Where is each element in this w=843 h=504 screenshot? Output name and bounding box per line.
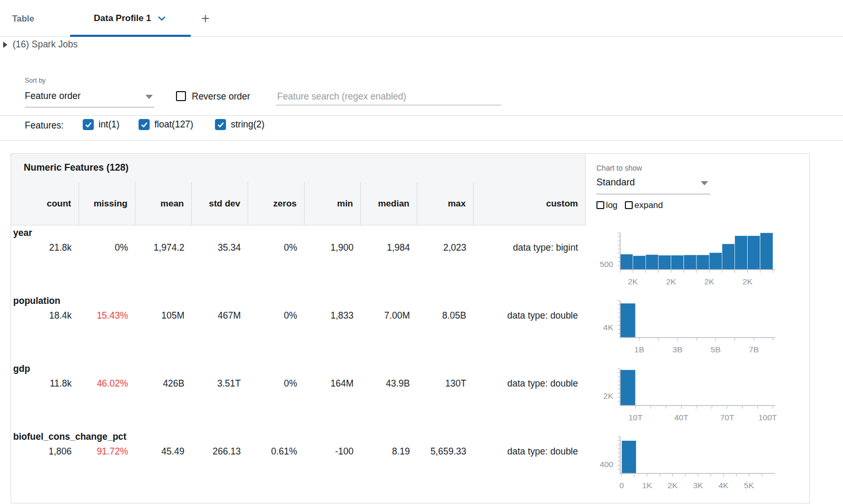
log-checkbox-item[interactable]: log [596,200,617,210]
divider [0,140,843,141]
stat-min: 1,833 [305,310,361,321]
histogram-bar [722,244,734,270]
x-axis-label: 2K [704,277,715,286]
histogram-population: 4K1B3B5B7B [586,295,786,358]
reverse-order-label: Reverse order [192,91,250,102]
x-axis-label: 2K [742,277,753,286]
stat-custom: data type: double [474,378,585,389]
stat-min: 164M [305,378,361,389]
feature-row-gdp: gdp11.8k46.02%426B3.51T0%164M43.9B130Tda… [11,361,809,429]
sort-by-label: Sort by [25,77,46,84]
feature-name: population [13,295,60,307]
panel-title: Numeric Features (128) [24,162,129,173]
features-label: Features: [25,120,64,131]
x-axis-label: 2K [666,277,677,286]
stat-min: 1,900 [305,242,361,253]
feature-type-label: float(127) [154,119,193,130]
spark-jobs-toggle[interactable]: (16) Spark Jobs [3,39,78,50]
feature-type-filter-string-2[interactable]: string(2) [215,119,264,130]
feature-histogram: 40001K2K3K4K5K [586,431,807,496]
sort-by-underline [25,107,154,107]
expand-checkbox[interactable] [625,201,633,209]
stat-custom: data type: double [474,310,585,321]
column-header-min: min [305,182,361,225]
x-axis-label: 0 [620,481,624,490]
stat-count: 1,806 [11,446,79,457]
histogram-bar [697,255,709,270]
column-header-max: max [417,182,474,225]
histogram-bar [633,255,645,270]
column-header-custom: custom [474,182,585,225]
add-tab-button[interactable]: + [201,0,210,37]
stat-mean: 45.49 [135,446,192,457]
histogram-bar [620,254,633,270]
stat-zeros: 0% [248,378,305,389]
log-checkbox[interactable] [596,201,604,209]
stat-max: 8.05B [417,310,474,321]
checked-checkbox[interactable] [139,119,150,130]
divider [0,115,843,116]
histogram-year: 5002K2K2K2K [586,228,786,290]
x-axis-label: 100T [758,413,777,422]
sort-by-select[interactable]: Feature order [25,91,81,102]
table-header: Numeric Features (128) countmissingmeans… [11,154,585,225]
stat-min: -100 [305,446,361,457]
feature-histogram: 5002K2K2K2K [586,228,807,292]
x-axis-label: 5K [744,481,754,490]
checkmark-icon [85,121,92,129]
column-header-zeros: zeros [248,182,305,225]
tab-data-profile[interactable]: Data Profile 1 [94,0,165,37]
stat-missing: 91.72% [79,446,135,457]
feature-histogram: 2K10T40T70T100T [586,363,807,428]
x-axis-label: 5B [711,345,721,354]
stat-zeros: 0% [248,310,305,321]
x-axis-label: 3K [693,481,703,490]
stat-median: 1,984 [361,242,417,253]
x-axis-label: 1B [634,345,644,354]
feature-type-filter-float-127[interactable]: float(127) [139,119,193,130]
y-axis-label: 400 [600,460,613,469]
stat-std_dev: 266.13 [192,446,248,457]
stat-custom: data type: bigint [474,242,585,253]
histogram-bar [620,370,635,406]
reverse-order-checkbox[interactable] [176,91,186,101]
column-header-median: median [361,182,417,225]
x-axis-label: 1K [642,481,653,490]
y-axis-label: 500 [600,260,613,269]
chart-controls: Chart to show Standard log expand [585,154,809,225]
feature-histogram: 4K1B3B5B7B [586,295,807,360]
stat-median: 7.00M [361,310,417,321]
x-axis-label: 4K [719,481,729,490]
stat-std_dev: 35.34 [192,242,248,253]
tab-data-profile-label: Data Profile 1 [94,13,151,24]
chart-type-select[interactable]: Standard [596,177,635,188]
checked-checkbox[interactable] [215,119,226,130]
histogram-biofuel_cons_change_pct: 40001K2K3K4K5K [586,431,786,493]
stat-std_dev: 3.51T [192,378,248,389]
tab-table[interactable]: Table [12,0,34,37]
feature-search-input[interactable] [276,88,502,105]
stat-missing: 0% [79,242,135,253]
expand-checkbox-item[interactable]: expand [625,200,663,210]
column-headers: countmissingmeanstd devzerosminmedianmax… [11,182,585,225]
checked-checkbox[interactable] [83,119,94,130]
dropdown-caret-icon [701,181,708,185]
feature-type-filter-int-1[interactable]: int(1) [83,119,120,130]
x-axis-label: 2K [628,277,639,286]
histogram-gdp: 2K10T40T70T100T [586,363,786,426]
disclosure-triangle-icon [3,42,7,48]
stat-std_dev: 467M [192,310,248,321]
x-axis-label: 2K [668,481,678,490]
stat-custom: data type: double [474,446,585,457]
column-header-std-dev: std dev [192,182,248,225]
stat-max: 5,659.33 [417,446,474,457]
x-axis-label: 7B [749,345,759,354]
stat-missing: 15.43% [79,310,135,321]
stat-mean: 1,974.2 [135,242,192,253]
feature-row-biofuel_cons_change_pct: biofuel_cons_change_pct1,80691.72%45.492… [11,429,809,497]
expand-label: expand [634,200,663,210]
active-tab-indicator [70,35,191,37]
tab-bar: Table Data Profile 1 + [0,0,843,37]
feature-name: year [13,228,32,239]
x-axis-label: 3B [672,345,682,354]
